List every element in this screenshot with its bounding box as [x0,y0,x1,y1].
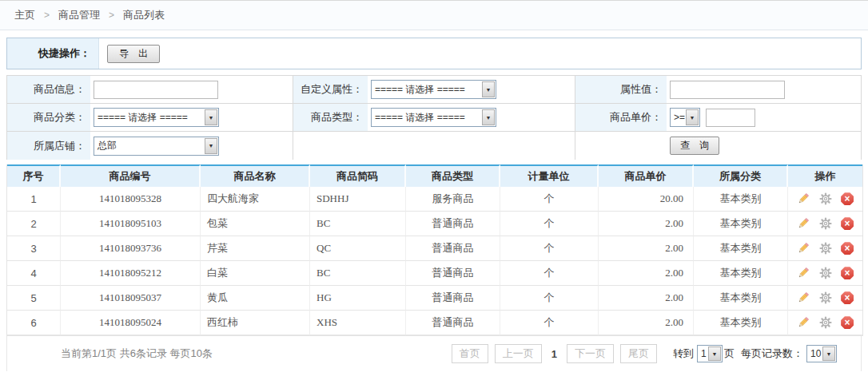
export-button[interactable]: 导 出 [107,45,160,63]
category-select[interactable]: ===== 请选择 ===== ▼ [94,108,219,127]
delete-icon[interactable]: × [841,316,854,329]
table-row: 6141018095024西红柿XHS普通商品个2.00基本类别 × [7,311,862,335]
delete-icon[interactable]: × [841,267,854,279]
chevron-right-icon: > [44,10,50,21]
table-row: 4141018095212白菜BC普通商品个2.00基本类别 × [7,261,862,286]
settings-gear-icon[interactable] [819,217,832,230]
settings-gear-icon[interactable] [819,192,832,205]
pagination: 首页 上一页 1 下一页 尾页 转到 1 ▼ 页 每页记录数： 10 ▼ [445,344,861,363]
cell-unit: 个 [500,236,599,261]
table-row: 5141018095037黄瓜HG普通商品个2.00基本类别 × [7,286,862,311]
cell-type: 服务商品 [406,187,500,212]
col-price: 商品单价 [599,164,694,187]
cell-operations: × [788,311,862,335]
edit-pencil-icon[interactable] [797,217,810,230]
type-select[interactable]: ===== 请选择 ===== ▼ [371,108,496,127]
cell-short-code: XHS [310,311,406,335]
cell-price: 20.00 [599,187,694,212]
goto-page-select[interactable]: 1 ▼ [697,345,723,362]
cell-code: 141018095103 [61,212,201,236]
per-page-select[interactable]: 10 ▼ [806,345,837,362]
per-page-select-value: 10 [807,348,822,359]
breadcrumb-item-product-management[interactable]: 商品管理 [58,8,100,22]
cell-price: 2.00 [599,212,694,236]
cell-index: 1 [7,187,61,212]
chevron-down-icon: ▼ [708,346,721,361]
delete-icon[interactable]: × [841,242,854,255]
price-label: 商品单价： [575,104,667,131]
chevron-down-icon: ▼ [482,81,495,97]
cell-category: 基本类别 [694,286,788,311]
cell-operations: × [788,261,862,286]
delete-icon[interactable]: × [841,291,854,304]
edit-pencil-icon[interactable] [797,267,810,279]
cell-name: 西红柿 [201,311,310,335]
cell-type: 普通商品 [406,212,500,236]
col-type: 商品类型 [406,164,500,187]
price-op-select[interactable]: >= ▼ [670,108,700,127]
product-info-input[interactable] [94,81,218,99]
cell-short-code: BC [310,261,406,286]
cell-unit: 个 [500,311,599,335]
cell-category: 基本类别 [694,236,788,261]
cell-type: 普通商品 [406,236,500,261]
search-button[interactable]: 查 询 [670,137,719,155]
edit-pencil-icon[interactable] [797,242,810,255]
edit-pencil-icon[interactable] [797,192,810,205]
cell-price: 2.00 [599,286,694,311]
store-select[interactable]: 总部 ▼ [94,137,219,156]
next-page-button[interactable]: 下一页 [567,344,614,363]
table-row: 3141018093736芹菜QC普通商品个2.00基本类别 × [7,236,862,261]
product-info-label: 商品信息： [7,76,90,103]
cell-short-code: QC [310,236,406,261]
cell-price: 2.00 [599,261,694,286]
cell-name: 白菜 [201,261,310,286]
chevron-down-icon: ▼ [822,346,835,361]
cell-price: 2.00 [599,236,694,261]
cell-index: 6 [7,311,61,335]
cell-type: 普通商品 [406,286,500,311]
cell-operations: × [788,212,862,236]
cell-code: 141018095212 [61,261,201,286]
col-name: 商品名称 [201,164,310,187]
chevron-down-icon: ▼ [205,138,217,154]
goto-suffix: 页 [724,346,735,361]
breadcrumb-item-home[interactable]: 主页 [14,8,35,22]
price-input[interactable] [706,109,755,127]
cell-code: 141018095328 [61,187,201,212]
cell-category: 基本类别 [694,187,788,212]
cell-price: 2.00 [599,311,694,335]
breadcrumb-item-product-list: 商品列表 [123,8,165,22]
edit-pencil-icon[interactable] [797,291,810,304]
first-page-button[interactable]: 首页 [452,344,488,363]
attr-value-input[interactable] [670,81,785,99]
settings-gear-icon[interactable] [819,267,832,279]
per-page-label: 每页记录数： [741,346,803,361]
delete-icon[interactable]: × [841,192,854,205]
edit-pencil-icon[interactable] [797,316,810,329]
cell-code: 141018093736 [61,236,201,261]
cell-name: 四大航海家 [201,187,310,212]
cell-operations: × [788,286,862,311]
cell-unit: 个 [500,261,599,286]
cell-name: 芹菜 [201,236,310,261]
table-row: 2141018095103包菜BC普通商品个2.00基本类别 × [7,212,862,236]
last-page-button[interactable]: 尾页 [620,344,657,363]
cell-short-code: BC [310,212,406,236]
store-select-value: 总部 [94,139,204,152]
cell-index: 2 [7,212,61,236]
quick-operation-label: 快捷操作： [7,38,99,69]
settings-gear-icon[interactable] [819,291,832,304]
prev-page-button[interactable]: 上一页 [495,344,542,363]
cell-type: 普通商品 [406,261,500,286]
category-label: 商品分类： [7,104,90,131]
custom-attr-label: 自定义属性： [293,76,368,103]
settings-gear-icon[interactable] [819,242,832,255]
col-unit: 计量单位 [500,164,599,187]
delete-icon[interactable]: × [841,217,854,230]
settings-gear-icon[interactable] [819,316,832,329]
goto-page-select-value: 1 [698,348,707,359]
filter-panel: 商品信息： 自定义属性： ===== 请选择 ===== ▼ 属性值： 商品分类… [6,75,862,160]
table-footer: 当前第1/1页 共6条记录 每页10条 首页 上一页 1 下一页 尾页 转到 1… [6,336,862,371]
custom-attr-select[interactable]: ===== 请选择 ===== ▼ [371,80,496,99]
